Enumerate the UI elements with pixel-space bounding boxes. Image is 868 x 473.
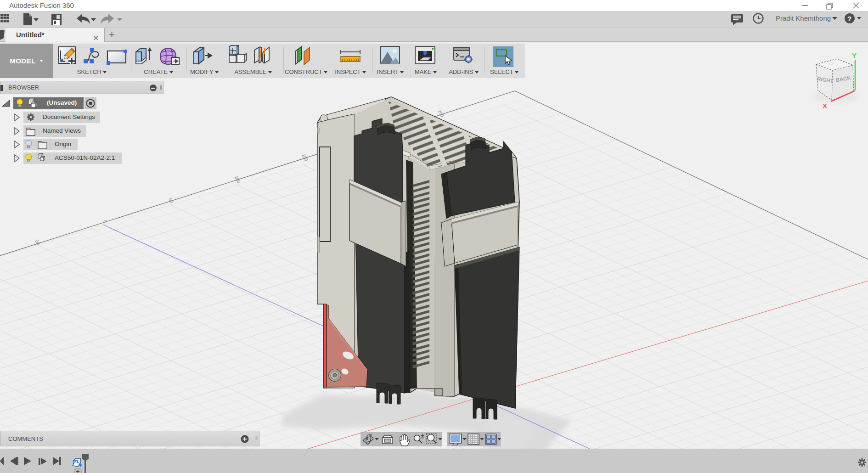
svg-text:?: ? [847,15,851,23]
svg-text:X: X [823,102,827,110]
svg-text:50: 50 [168,197,175,204]
svg-text:250: 250 [437,109,445,118]
svg-text:150: 150 [301,153,309,162]
svg-text:100: 100 [233,175,242,184]
svg-text:Pradit Khemthong: Pradit Khemthong [776,14,831,22]
svg-text:0: 0 [102,219,108,224]
